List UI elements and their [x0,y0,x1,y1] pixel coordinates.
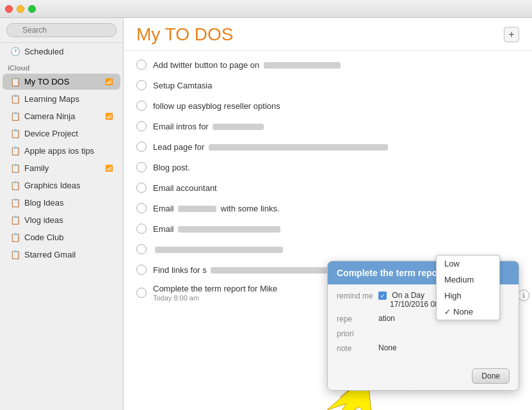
sidebar: 🔍 🕐 Scheduled iCloud 📋 My TO DOS 📶 📋 [0,18,124,410]
detail-popup: Complete the term report for Mike remind… [327,261,519,391]
todo-checkbox-11[interactable] [136,265,147,275]
blurred-content [178,206,216,212]
app-container: 🔍 🕐 Scheduled iCloud 📋 My TO DOS 📶 📋 [0,18,532,410]
priority-label: priori [337,329,378,338]
sidebar-item-camera-ninja[interactable]: 📋 Camera Ninja 📶 [3,108,120,124]
done-button[interactable]: Done [472,368,510,384]
blurred-content [264,62,341,69]
note-label: note [337,343,378,353]
todo-item-2: Setup Camtasia [124,75,532,95]
todo-text-2: Setup Camtasia [153,81,519,90]
todo-text-3: follow up easyblog reseller options [153,101,519,111]
todo-text-7: Email accountant [153,183,519,193]
todo-checkbox-9[interactable] [136,224,147,234]
sidebar-item-label: Camera Ninja [24,111,75,121]
popup-remind-row: remind me ✓ On a Day 17/10/2016 08:00 am [337,291,510,309]
clock-icon: 🕐 [10,47,20,56]
list-icon: 📋 [10,181,20,190]
list-icon: 📋 [10,146,20,156]
sidebar-item-graphics-ideas[interactable]: 📋 Graphics Ideas [3,177,120,193]
todo-checkbox-7[interactable] [136,183,147,193]
todo-text-10 [153,245,519,254]
main-content: My TO DOS + Add twitter button to page o… [124,18,532,410]
note-value: None [378,343,510,352]
list-icon: 📋 [10,163,20,173]
popup-body: remind me ✓ On a Day 17/10/2016 08:00 am… [328,284,519,365]
list-icon: 📋 [10,198,20,208]
minimize-button[interactable] [17,5,24,13]
todo-checkbox-12[interactable] [136,288,147,298]
sidebar-item-label: My TO DOS [24,77,69,86]
todo-item-3: follow up easyblog reseller options [124,95,532,116]
wifi-icon: 📶 [105,113,113,120]
todo-checkbox-2[interactable] [136,80,147,90]
todo-text-6: Blog post. [153,163,519,172]
sidebar-item-family[interactable]: 📋 Family 📶 [3,160,120,176]
todo-checkbox-1[interactable] [136,60,147,70]
sidebar-item-learning-maps[interactable]: 📋 Learning Maps [3,91,120,107]
todo-checkbox-8[interactable] [136,203,147,213]
blurred-content [209,144,388,151]
sidebar-item-label: Learning Maps [24,94,79,104]
sidebar-item-device-project[interactable]: 📋 Device Project [3,126,120,142]
todo-checkbox-5[interactable] [136,142,147,152]
titlebar [0,0,532,18]
blurred-content [178,226,280,233]
list-icon: 📋 [10,233,20,242]
traffic-lights [5,5,36,13]
todo-item-8: Email with some links. [124,198,532,218]
todo-text-8: Email with some links. [153,204,519,213]
todo-text-4: Email intros for [153,122,519,131]
todo-text-9: Email [153,224,519,234]
scheduled-label: Scheduled [24,47,63,56]
todo-checkbox-4[interactable] [136,121,147,131]
popup-footer: Done [328,365,519,390]
remind-value: ✓ On a Day 17/10/2016 08:00 am [378,291,510,309]
todo-checkbox-6[interactable] [136,162,147,172]
todo-item-6: Blog post. [124,157,532,177]
popup-priority-row: priori [337,329,510,338]
sidebar-item-label: Device Project [24,129,78,138]
remind-checkbox[interactable]: ✓ [378,291,387,300]
sidebar-item-label: Blog Ideas [24,198,63,208]
search-wrapper: 🔍 [6,23,117,37]
todo-checkbox-3[interactable] [136,101,147,111]
sidebar-item-blog-ideas[interactable]: 📋 Blog Ideas [3,195,120,211]
sidebar-item-scheduled[interactable]: 🕐 Scheduled [3,44,120,60]
blurred-content [211,267,339,274]
list-icon: 📋 [10,129,20,138]
todo-item-10 [124,239,532,259]
sidebar-item-vlog-ideas[interactable]: 📋 Vlog ideas [3,212,120,228]
page-title: My TO DOS [136,24,233,45]
main-header: My TO DOS + [124,18,532,51]
close-button[interactable] [5,5,13,13]
popup-header: Complete the term report for Mike [328,261,519,284]
todo-item-9: Email [124,218,532,239]
sidebar-item-apple-apps-ios-tips[interactable]: 📋 Apple apps ios tips [3,143,120,159]
list-icon: 📋 [10,250,20,259]
todo-item-7: Email accountant [124,177,532,198]
blurred-content [155,247,283,253]
sidebar-item-label: Starred Gmail [24,250,76,259]
todo-item-5: Lead page for [124,136,532,157]
add-button[interactable]: + [504,27,519,42]
repeat-label: repe [337,314,378,324]
list-icon: 📋 [10,111,20,121]
sidebar-item-my-to-dos[interactable]: 📋 My TO DOS 📶 [3,74,120,90]
list-icon: 📋 [10,94,20,104]
todo-text-5: Lead page for [153,142,519,152]
sidebar-item-label: Family [24,163,49,173]
maximize-button[interactable] [28,5,36,13]
popup-repeat-row: repe ation [337,314,510,324]
todo-text-1: Add twitter button to page on [153,60,519,70]
sidebar-item-starred-gmail[interactable]: 📋 Starred Gmail [3,247,120,263]
list-icon: 📋 [10,77,20,86]
popup-note-row: note None [337,343,510,353]
todo-item-1: Add twitter button to page on [124,54,532,75]
wifi-icon: 📶 [105,78,113,85]
search-input[interactable] [6,23,117,37]
remind-label: remind me [337,291,378,300]
todo-checkbox-10[interactable] [136,244,147,254]
sidebar-item-code-club[interactable]: 📋 Code Club [3,229,120,245]
icloud-label: iCloud [0,60,123,73]
